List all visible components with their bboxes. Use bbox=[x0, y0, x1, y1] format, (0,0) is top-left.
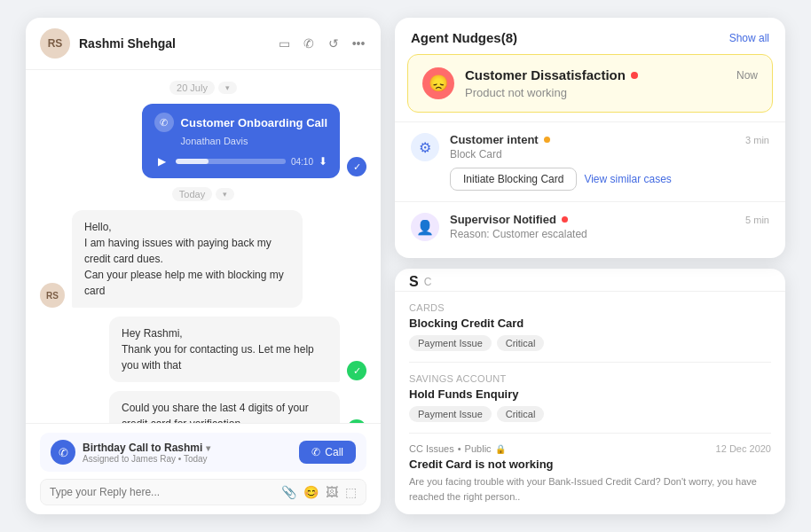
dis-dot bbox=[631, 72, 638, 79]
call-duration: 04:10 bbox=[291, 157, 313, 167]
reply-bar: 📎 😊 🖼 ⬚ bbox=[40, 479, 366, 505]
dissatisfaction-card: 😞 Customer Dissatisfaction Now Product n… bbox=[407, 54, 773, 113]
nudge-item-1: ⚙ Customer intent 3 min Block Card Initi… bbox=[395, 121, 785, 201]
nudge-person-icon: 👤 bbox=[411, 213, 439, 241]
initiate-blocking-button[interactable]: Initiate Blocking Card bbox=[450, 168, 577, 191]
birthday-left: ✆ Birthday Call to Rashmi ▾ Assigned to … bbox=[51, 440, 210, 465]
nudge-2-dot bbox=[562, 216, 568, 223]
video-icon[interactable]: ▭ bbox=[276, 35, 292, 51]
case-2-tag-2: Critical bbox=[497, 406, 545, 422]
dissatisfaction-content: Customer Dissatisfaction Now Product not… bbox=[465, 67, 758, 99]
audio-bar: ▶ 04:10 ⬇ bbox=[154, 153, 327, 169]
date-divider-today: Today▾ bbox=[40, 187, 366, 201]
download-icon[interactable]: ⬇ bbox=[319, 155, 327, 168]
call-title: Customer Onboarding Call bbox=[181, 116, 327, 129]
public-case: CC Issues • Public 🔒 12 Dec 2020 Credit … bbox=[395, 433, 785, 514]
more-icon[interactable]: ••• bbox=[350, 35, 366, 51]
call-bubble-wrap: ✆ Customer Onboarding Call Jonathan Davi… bbox=[40, 104, 366, 178]
chat-body: 20 July▾ ✆ Customer Onboarding Call Jona… bbox=[26, 70, 381, 423]
nudge-item-2: 👤 Supervisor Notified 5 min Reason: Cust… bbox=[395, 201, 785, 258]
case-1-tag-1: Payment Issue bbox=[409, 335, 492, 351]
birthday-title: Birthday Call to Rashmi ▾ bbox=[83, 442, 210, 454]
public-date: 12 Dec 2020 bbox=[716, 443, 771, 454]
public-case-header: CC Issues • Public 🔒 12 Dec 2020 bbox=[409, 443, 771, 454]
case-1-tags: Payment Issue Critical bbox=[409, 335, 771, 351]
public-label: CC Issues • Public 🔒 bbox=[409, 443, 506, 454]
birthday-bar: ✆ Birthday Call to Rashmi ▾ Assigned to … bbox=[40, 433, 366, 472]
call-subtitle: Jonathan Davis bbox=[181, 136, 327, 146]
nudge-2-desc: Reason: Customer escalated bbox=[450, 228, 769, 240]
dissatisfaction-time: Now bbox=[736, 69, 758, 82]
nudges-header: Agent Nudges(8) Show all bbox=[395, 18, 785, 54]
nudge-2-label: Supervisor Notified bbox=[450, 213, 556, 226]
nudge-settings-icon: ⚙ bbox=[411, 133, 439, 161]
reply-input[interactable] bbox=[50, 486, 274, 498]
case-2: Savings Account Hold Funds Enquiry Payme… bbox=[395, 363, 785, 433]
nudge-2-time: 5 min bbox=[745, 215, 769, 225]
case-2-tags: Payment Issue Critical bbox=[409, 406, 771, 422]
case-2-tag-1: Payment Issue bbox=[409, 406, 492, 422]
dissatisfaction-emoji: 😞 bbox=[422, 67, 454, 99]
case-1-category: Cards bbox=[409, 302, 771, 313]
bottom-card: S C Cards Blocking Credit Card Payment I… bbox=[395, 269, 785, 514]
birthday-sub: Assigned to James Ray • Today bbox=[83, 454, 210, 464]
nudge-1-label: Customer intent bbox=[450, 133, 539, 146]
nudge-2-content: Supervisor Notified 5 min Reason: Custom… bbox=[450, 213, 769, 247]
message-incoming-1: RS Hello,I am having issues with paying … bbox=[40, 210, 366, 308]
case-2-category: Savings Account bbox=[409, 373, 771, 384]
case-1: Cards Blocking Credit Card Payment Issue… bbox=[395, 292, 785, 362]
send-icon[interactable]: ⬚ bbox=[345, 485, 357, 499]
section-sub: C bbox=[424, 276, 432, 288]
message-text-1: Hello,I am having issues with paying bac… bbox=[72, 210, 303, 308]
public-body: Are you facing trouble with your Bank-Is… bbox=[409, 474, 771, 504]
case-1-tag-2: Critical bbox=[497, 335, 545, 351]
message-text-2: Hey Rashmi,Thank you for contacting us. … bbox=[109, 317, 340, 382]
dissatisfaction-subtitle: Product not working bbox=[465, 86, 758, 99]
birthday-icon: ✆ bbox=[51, 440, 75, 465]
nudge-1-actions: Initiate Blocking Card View similar case… bbox=[450, 168, 769, 191]
call-phone-icon: ✆ bbox=[311, 446, 320, 458]
date-divider-july: 20 July▾ bbox=[40, 81, 366, 95]
nudges-card: Agent Nudges(8) Show all 😞 Customer Diss… bbox=[395, 18, 785, 258]
refresh-icon[interactable]: ↺ bbox=[326, 35, 342, 51]
nudge-1-dot bbox=[544, 137, 550, 143]
avatar: RS bbox=[40, 28, 70, 59]
chat-footer: ✆ Birthday Call to Rashmi ▾ Assigned to … bbox=[26, 423, 381, 514]
birthday-info: Birthday Call to Rashmi ▾ Assigned to Ja… bbox=[83, 442, 210, 464]
chat-panel: RS Rashmi Shehgal ▭ ✆ ↺ ••• 20 July▾ ✆ C… bbox=[26, 18, 381, 514]
nudge-2-header: Supervisor Notified 5 min bbox=[450, 213, 769, 226]
message-text-3: Could you share the last 4 digits of you… bbox=[109, 391, 340, 423]
call-bubble: ✆ Customer Onboarding Call Jonathan Davi… bbox=[142, 104, 340, 178]
dissatisfaction-title-row: Customer Dissatisfaction Now bbox=[465, 67, 758, 82]
reply-icons: 📎 😊 🖼 ⬚ bbox=[281, 485, 357, 499]
show-all-link[interactable]: Show all bbox=[729, 32, 769, 44]
nudge-1-header: Customer intent 3 min bbox=[450, 133, 769, 146]
view-similar-button[interactable]: View similar cases bbox=[584, 168, 671, 191]
nudge-1-time: 3 min bbox=[745, 135, 769, 145]
call-bubble-header: ✆ Customer Onboarding Call bbox=[154, 113, 327, 132]
chat-user-name: Rashmi Shehgal bbox=[79, 36, 267, 51]
image-icon[interactable]: 🖼 bbox=[326, 485, 338, 499]
call-button[interactable]: ✆ Call bbox=[299, 441, 356, 464]
call-icon: ✆ bbox=[154, 113, 174, 132]
attachment-icon[interactable]: 📎 bbox=[281, 485, 296, 499]
message-outgoing-2: ✓ Could you share the last 4 digits of y… bbox=[40, 391, 366, 423]
nudges-title: Agent Nudges(8) bbox=[411, 30, 517, 45]
tick-icon: ✓ bbox=[347, 157, 366, 176]
phone-icon[interactable]: ✆ bbox=[301, 35, 317, 51]
section-tab: S C bbox=[395, 269, 785, 292]
dissatisfaction-title: Customer Dissatisfaction bbox=[465, 67, 626, 82]
message-outgoing-1: ✓ Hey Rashmi,Thank you for contacting us… bbox=[40, 317, 366, 382]
section-letter: S bbox=[409, 274, 419, 290]
case-2-title: Hold Funds Enquiry bbox=[409, 387, 771, 401]
waveform bbox=[176, 159, 286, 164]
chat-header-icons: ▭ ✆ ↺ ••• bbox=[276, 35, 366, 51]
chat-header: RS Rashmi Shehgal ▭ ✆ ↺ ••• bbox=[26, 18, 381, 70]
case-1-title: Blocking Credit Card bbox=[409, 317, 771, 330]
emoji-icon[interactable]: 😊 bbox=[303, 485, 319, 499]
public-title: Credit Card is not working bbox=[409, 458, 771, 471]
sender-avatar: RS bbox=[40, 283, 65, 308]
play-button[interactable]: ▶ bbox=[154, 153, 170, 169]
right-panel: Agent Nudges(8) Show all 😞 Customer Diss… bbox=[395, 18, 785, 514]
tick-whatsapp-icon: ✓ bbox=[347, 361, 366, 380]
